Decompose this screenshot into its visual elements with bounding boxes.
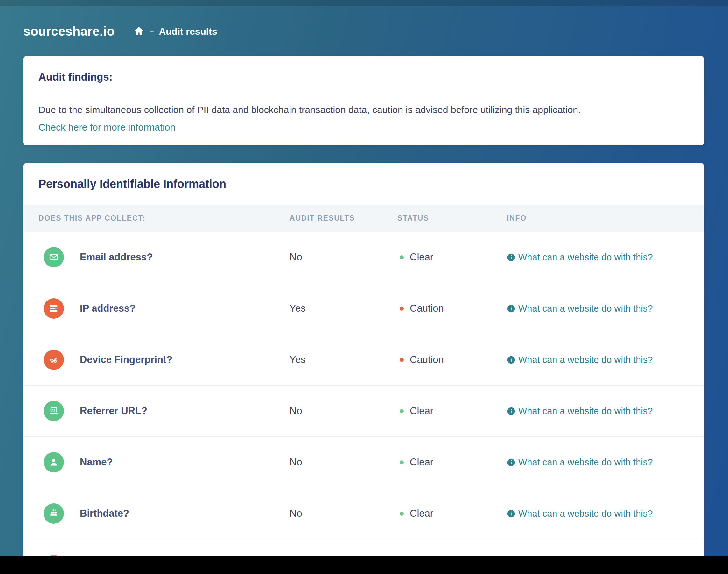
status-dot <box>400 511 404 516</box>
info-link[interactable]: What can a website do with this? <box>507 406 689 416</box>
status-value: Caution <box>410 303 444 314</box>
home-icon[interactable] <box>133 26 145 37</box>
letterbox-band <box>0 556 728 574</box>
top-accent-bar <box>0 0 728 6</box>
info-icon <box>507 509 515 518</box>
row-label: Referrer URL? <box>80 405 147 417</box>
status-value: Clear <box>410 405 434 417</box>
table-row: Device Fingerprint? Yes Caution What can… <box>23 334 704 385</box>
info-link[interactable]: What can a website do with this? <box>507 303 689 314</box>
status-value: Caution <box>410 354 444 366</box>
user-icon <box>44 452 64 473</box>
findings-info-link[interactable]: Check here for more information <box>39 122 175 132</box>
table-row: Birthdate? No Clear What can a website d… <box>23 488 704 539</box>
status-dot <box>400 460 404 464</box>
breadcrumb-separator <box>150 31 154 32</box>
table-row: Referrer URL? No Clear What can a websit… <box>23 385 704 437</box>
row-label: Birthdate? <box>80 508 129 519</box>
table-body: Email address? No Clear What can a websi… <box>23 232 704 574</box>
audit-result-value: No <box>289 405 302 416</box>
info-link-label: What can a website do with this? <box>518 303 652 314</box>
row-label: Email address? <box>80 251 153 263</box>
column-header-status: STATUS <box>397 214 507 222</box>
site-title: sourceshare.io <box>23 24 115 39</box>
table-row: Name? No Clear What can a website do wit… <box>23 437 704 488</box>
info-link-label: What can a website do with this? <box>518 508 652 519</box>
info-link[interactable]: What can a website do with this? <box>507 508 689 519</box>
status-value: Clear <box>410 251 434 263</box>
pii-card: Personally Identifiable Information DOES… <box>23 163 704 574</box>
table-header-row: DOES THIS APP COLLECT: AUDIT RESULTS STA… <box>23 205 704 232</box>
info-icon <box>507 253 515 262</box>
server-icon <box>44 298 64 319</box>
header: sourceshare.io Audit results <box>23 24 217 39</box>
info-link-label: What can a website do with this? <box>518 355 652 365</box>
table-row: Email address? No Clear What can a websi… <box>23 232 704 283</box>
info-link[interactable]: What can a website do with this? <box>507 355 689 365</box>
info-icon <box>507 407 515 415</box>
status-dot <box>400 409 404 413</box>
audit-result-value: Yes <box>289 354 306 365</box>
pii-card-header: Personally Identifiable Information <box>23 163 704 205</box>
info-link-label: What can a website do with this? <box>518 457 652 468</box>
status-dot <box>400 306 404 311</box>
audit-result-value: No <box>289 456 302 468</box>
row-label: Device Fingerprint? <box>80 354 173 366</box>
column-header-audit-results: AUDIT RESULTS <box>289 214 397 222</box>
row-label: Name? <box>80 456 112 468</box>
breadcrumb-current: Audit results <box>159 26 217 37</box>
findings-title: Audit findings: <box>39 71 689 83</box>
audit-result-value: Yes <box>289 303 306 314</box>
audit-findings-card: Audit findings: Due to the simultaneous … <box>23 56 704 145</box>
envelope-icon <box>44 247 64 268</box>
findings-body: Due to the simultaneous collection of PI… <box>39 103 689 117</box>
info-icon <box>507 304 515 313</box>
status-value: Clear <box>410 508 434 519</box>
fingerprint-icon <box>44 350 64 370</box>
birthday-cake-icon <box>44 503 64 524</box>
status-value: Clear <box>410 456 434 468</box>
pii-title: Personally Identifiable Information <box>39 177 689 191</box>
column-header-collect: DOES THIS APP COLLECT: <box>39 214 289 222</box>
info-link-label: What can a website do with this? <box>518 406 652 416</box>
status-dot <box>400 358 404 362</box>
info-link[interactable]: What can a website do with this? <box>507 457 689 468</box>
table-row: IP address? Yes Caution What can a websi… <box>23 283 704 334</box>
row-label: IP address? <box>80 303 136 314</box>
info-link[interactable]: What can a website do with this? <box>507 252 689 263</box>
status-dot <box>400 255 404 259</box>
page: sourceshare.io Audit results Audit findi… <box>0 0 728 574</box>
info-icon <box>507 356 515 364</box>
audit-result-value: No <box>289 251 302 263</box>
laptop-code-icon <box>44 401 64 421</box>
info-link-label: What can a website do with this? <box>518 252 652 263</box>
audit-result-value: No <box>289 508 302 519</box>
column-header-info: INFO <box>507 214 689 222</box>
info-icon <box>507 458 515 467</box>
